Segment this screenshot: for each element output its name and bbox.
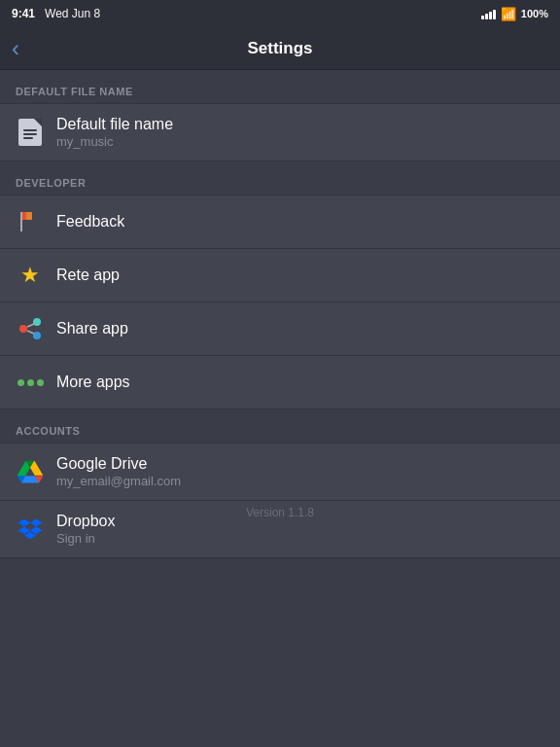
settings-content: DEFAULT FILE NAME Default file name my_m… xyxy=(0,70,560,558)
svg-point-5 xyxy=(33,332,41,339)
default-file-item[interactable]: Default file name my_music xyxy=(0,104,560,160)
page-title: Settings xyxy=(247,39,312,58)
gdrive-text: Google Drive my_email@gmail.com xyxy=(56,455,181,488)
battery-indicator: 100% xyxy=(521,8,548,19)
section-header-developer: DEVELOPER xyxy=(0,161,560,195)
svg-rect-1 xyxy=(26,212,32,220)
rate-title: Rete app xyxy=(56,267,120,284)
svg-line-7 xyxy=(27,331,34,334)
feedback-item[interactable]: Feedback xyxy=(0,196,560,249)
version-label: Version 1.1.8 xyxy=(0,486,560,539)
gdrive-icon xyxy=(16,457,45,486)
more-apps-text: More apps xyxy=(56,374,130,391)
rate-text: Rete app xyxy=(56,267,120,284)
share-title: Share app xyxy=(56,320,128,338)
default-file-subtitle: my_music xyxy=(56,134,173,149)
feedback-title: Feedback xyxy=(56,213,124,231)
share-text: Share app xyxy=(56,320,128,338)
date: Wed Jun 8 xyxy=(45,7,100,20)
more-apps-icon xyxy=(16,368,45,397)
default-file-group: Default file name my_music xyxy=(0,103,560,161)
developer-group: Feedback ★ Rete app xyxy=(0,195,560,409)
section-header-default-file: DEFAULT FILE NAME xyxy=(0,70,560,103)
default-file-text: Default file name my_music xyxy=(56,116,173,149)
status-bar: 9:41 Wed Jun 8 📶 100% xyxy=(0,0,560,27)
back-chevron-icon: ‹ xyxy=(12,37,19,60)
share-item[interactable]: Share app xyxy=(0,302,560,356)
svg-line-6 xyxy=(27,324,34,327)
star-icon: ★ xyxy=(16,261,45,290)
default-file-title: Default file name xyxy=(56,116,173,133)
signal-icon xyxy=(481,8,496,19)
time: 9:41 xyxy=(12,7,35,20)
status-bar-left: 9:41 Wed Jun 8 xyxy=(12,7,100,20)
feedback-text: Feedback xyxy=(56,213,124,231)
feedback-icon xyxy=(16,207,45,236)
back-button[interactable]: ‹ xyxy=(12,37,19,60)
status-bar-right: 📶 100% xyxy=(481,7,548,21)
share-icon xyxy=(16,314,45,343)
rate-item[interactable]: ★ Rete app xyxy=(0,249,560,302)
svg-point-4 xyxy=(19,325,27,333)
more-apps-item[interactable]: More apps xyxy=(0,356,560,409)
section-header-accounts: ACCOUNTS xyxy=(0,409,560,443)
gdrive-title: Google Drive xyxy=(56,455,181,473)
file-icon xyxy=(16,118,45,147)
more-apps-title: More apps xyxy=(56,374,130,391)
wifi-icon: 📶 xyxy=(501,7,516,21)
nav-bar: ‹ Settings xyxy=(0,27,560,70)
svg-point-3 xyxy=(33,318,41,326)
